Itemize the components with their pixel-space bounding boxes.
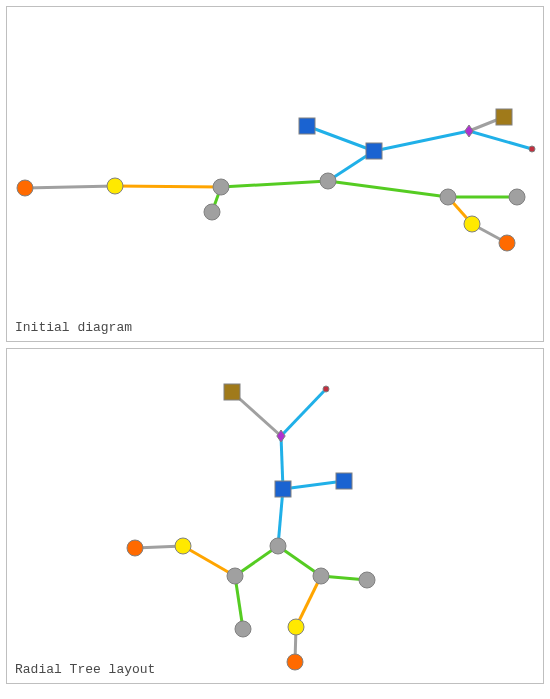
edge-cyan <box>307 126 374 151</box>
edge-green <box>221 181 328 187</box>
panel-initial-diagram: Initial diagram <box>6 6 544 342</box>
edge-cyan <box>374 131 469 151</box>
node-circle-yellow <box>107 178 123 194</box>
node-circle-gray <box>213 179 229 195</box>
radial-tree-svg <box>7 349 545 685</box>
node-circle-gray <box>359 572 375 588</box>
edge-orange <box>296 576 321 627</box>
node-tiny-red <box>323 386 329 392</box>
node-circle-yellow <box>288 619 304 635</box>
node-circle-gray <box>509 189 525 205</box>
edge-green <box>328 181 448 197</box>
diagram-comparison: Initial diagram Radial Tree layout <box>0 6 550 684</box>
edge-cyan <box>278 489 283 546</box>
node-circle-gray <box>440 189 456 205</box>
edge-cyan <box>281 389 326 436</box>
node-circle-yellow <box>464 216 480 232</box>
node-circle-orange <box>127 540 143 556</box>
node-circle-orange <box>287 654 303 670</box>
node-circle-orange <box>17 180 33 196</box>
node-circle-gray <box>320 173 336 189</box>
node-circle-gray <box>235 621 251 637</box>
edge-orange <box>183 546 235 576</box>
node-circle-gray <box>270 538 286 554</box>
panel-radial-tree: Radial Tree layout <box>6 348 544 684</box>
node-square-blue <box>299 118 315 134</box>
node-square-brown <box>496 109 512 125</box>
node-square-blue <box>336 473 352 489</box>
node-tiny-red <box>529 146 535 152</box>
node-circle-gray <box>313 568 329 584</box>
initial-diagram-svg <box>7 7 545 343</box>
node-circle-gray <box>204 204 220 220</box>
node-square-blue <box>275 481 291 497</box>
node-circle-gray <box>227 568 243 584</box>
edge-orange <box>115 186 221 187</box>
node-circle-yellow <box>175 538 191 554</box>
node-circle-orange <box>499 235 515 251</box>
node-square-brown <box>224 384 240 400</box>
edge-gray <box>25 186 115 188</box>
node-square-blue <box>366 143 382 159</box>
node-diamond-purple <box>465 125 473 137</box>
edge-cyan <box>469 131 532 149</box>
edge-cyan <box>283 481 344 489</box>
